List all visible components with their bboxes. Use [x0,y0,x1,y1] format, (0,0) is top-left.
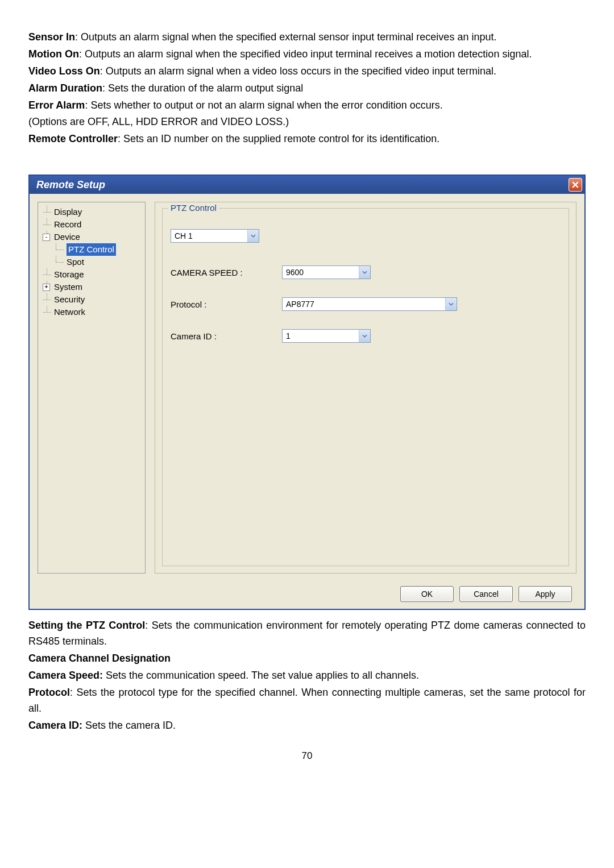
label: Spot [67,257,84,267]
camera-id-label: Camera ID : [171,331,282,341]
ptz-control-panel: PTZ Control CH 1 CAMERA SPEED : 9600 [155,202,576,574]
remote-setup-dialog: Remote Setup Display Record - Device PTZ… [28,175,586,610]
tree-item-network[interactable]: Network [42,306,143,318]
chevron-down-icon [359,330,370,342]
text: Sets the communication speed. The set va… [103,670,419,681]
bold-label: Sensor In [28,31,75,43]
close-icon [572,179,579,191]
protocol-label: Protocol : [171,300,282,309]
cancel-button[interactable]: Cancel [459,586,513,602]
chevron-down-icon [359,266,370,279]
bold-label: Setting the PTZ Control [28,620,145,631]
titlebar[interactable]: Remote Setup [30,176,584,194]
para-setting-ptz: Setting the PTZ Control: Sets the commun… [28,618,586,650]
camera-speed-select[interactable]: 9600 [282,265,371,279]
combo-value: 1 [286,331,291,340]
fieldset-legend: PTZ Control [168,203,219,213]
combo-value: CH 1 [175,231,193,240]
para-error-options: (Options are OFF, ALL, HDD ERROR and VID… [28,114,586,130]
para-sensor-in: Sensor In: Outputs an alarm signal when … [28,30,586,45]
bold-label: Camera Speed: [28,670,103,681]
minus-icon[interactable]: - [43,234,50,241]
label: Display [54,207,82,217]
para-motion-on: Motion On: Outputs an alarm signal when … [28,47,586,63]
label: Record [54,219,81,229]
plus-icon[interactable]: + [43,284,50,291]
camera-speed-label: CAMERA SPEED : [171,268,282,277]
text: Sets the camera ID. [82,720,176,731]
para-remote-controller: Remote Controller: Sets an ID number on … [28,131,586,147]
label: Apply [535,589,555,599]
tree-item-ptz-control[interactable]: PTZ Control [42,243,143,256]
bold-label: Video Loss On [28,65,100,77]
page-number: 70 [28,750,586,762]
para-camera-id: Camera ID: Sets the camera ID. [28,718,586,734]
protocol-select[interactable]: AP8777 [282,297,457,311]
dialog-title: Remote Setup [36,179,105,191]
ok-button[interactable]: OK [400,586,454,602]
tree-item-record[interactable]: Record [42,218,143,231]
label: OK [421,589,433,599]
text: : Sets the protocol type for the specifi… [28,687,586,714]
channel-select[interactable]: CH 1 [171,229,259,243]
combo-value: 9600 [286,268,304,277]
settings-tree: Display Record - Device PTZ Control Spot… [38,202,146,574]
para-camera-channel: Camera Channel Designation [28,651,586,667]
tree-item-storage[interactable]: Storage [42,268,143,281]
tree-item-spot[interactable]: Spot [42,256,143,268]
text: : Sets the duration of the alarm output … [102,82,303,94]
label: Network [54,307,85,317]
close-button[interactable] [569,178,582,192]
tree-item-device[interactable]: - Device [42,231,143,243]
label: Security [54,294,85,304]
bold-label: Error Alarm [28,99,85,111]
label: Storage [54,269,84,279]
combo-value: AP8777 [286,300,314,309]
text: : Outputs an alarm signal when the speci… [79,48,532,60]
tree-item-security[interactable]: Security [42,293,143,306]
apply-button[interactable]: Apply [518,586,572,602]
label: Device [54,232,80,242]
text: : Outputs an alarm signal when the speci… [75,31,496,43]
bold-label: Protocol [28,687,70,698]
para-alarm-duration: Alarm Duration: Sets the duration of the… [28,81,586,97]
camera-id-select[interactable]: 1 [282,329,371,343]
para-error-alarm: Error Alarm: Sets whether to output or n… [28,98,586,114]
bold-label: Alarm Duration [28,82,102,94]
tree-item-display[interactable]: Display [42,206,143,218]
chevron-down-icon [247,230,259,242]
label: Cancel [474,589,499,599]
text: : Sets whether to output or not an alarm… [85,99,442,111]
chevron-down-icon [445,298,457,310]
label: PTZ Control [67,243,116,256]
text: : Sets an ID number on the supplied remo… [118,133,439,144]
text: (Options are OFF, ALL, HDD ERROR and VID… [28,116,289,127]
tree-item-system[interactable]: + System [42,281,143,293]
bold-label: Camera Channel Designation [28,653,171,664]
bold-label: Camera ID: [28,720,82,731]
text: : Outputs an alarm signal when a video l… [100,65,496,77]
para-protocol: Protocol: Sets the protocol type for the… [28,685,586,717]
para-camera-speed: Camera Speed: Sets the communication spe… [28,668,586,684]
bold-label: Remote Controller [28,133,118,144]
label: System [54,282,82,292]
para-video-loss: Video Loss On: Outputs an alarm signal w… [28,64,586,80]
bold-label: Motion On [28,48,79,60]
